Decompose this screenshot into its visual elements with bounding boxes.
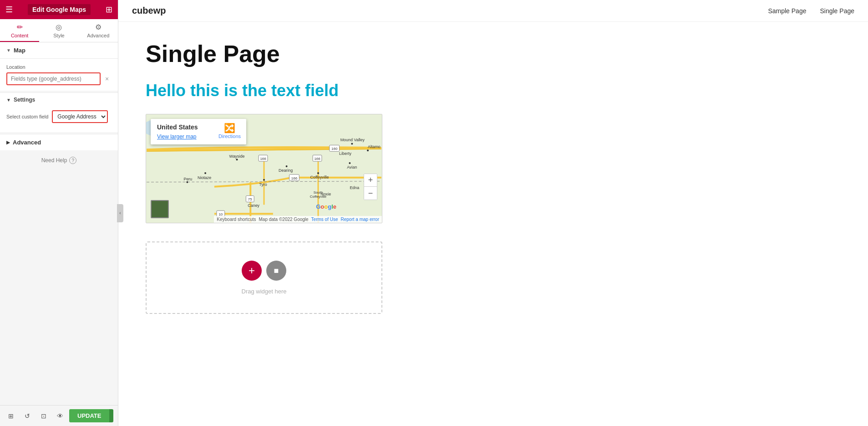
svg-text:Niotaze: Niotaze	[198, 175, 211, 180]
layers-icon[interactable]: ⊞	[5, 410, 17, 422]
advanced-section-header[interactable]: ▶ Advanced	[0, 134, 118, 150]
eye-icon[interactable]: 👁	[54, 410, 66, 422]
svg-text:75: 75	[248, 197, 252, 201]
nav-link-sample-page[interactable]: Sample Page	[768, 7, 806, 15]
select-custom-field-row: Select custom field Google Address Text …	[6, 110, 112, 123]
zoom-in-button[interactable]: +	[364, 174, 377, 187]
svg-point-15	[351, 143, 353, 144]
google-address-select-wrap: Google Address Text Field Custom	[52, 110, 108, 123]
page-content: Single Page Hello this is the text field	[118, 22, 868, 332]
style-tab-label: Style	[53, 33, 64, 38]
directions-icon: 🔀	[224, 123, 235, 133]
map-chevron-icon: ▼	[6, 48, 11, 53]
svg-text:166: 166	[291, 176, 298, 180]
toolbar-icons: ⊞ ↺ ⊡ 👁	[5, 410, 66, 422]
settings-chevron-icon: ▼	[6, 98, 11, 103]
map-street-view-thumbnail[interactable]	[151, 200, 169, 218]
stop-widget-button[interactable]: ■	[266, 261, 286, 281]
update-button[interactable]: UPDATE	[69, 409, 109, 422]
map-section-body: Location ×	[0, 59, 118, 91]
report-map-error-link[interactable]: Report a map error	[341, 217, 379, 222]
content-tab-icon: ✏	[17, 23, 23, 31]
google-address-select[interactable]: Google Address Text Field Custom	[53, 111, 107, 122]
svg-point-13	[317, 172, 319, 174]
terms-link[interactable]: Terms of Use	[311, 217, 338, 222]
top-nav: cubewp Sample Page Single Page	[118, 0, 868, 22]
main-content: cubewp Sample Page Single Page Single Pa…	[118, 0, 868, 426]
map-section-header[interactable]: ▼ Map	[0, 42, 118, 59]
svg-point-16	[367, 149, 369, 151]
tab-content[interactable]: ✏ Content	[0, 19, 39, 42]
add-widget-button[interactable]: +	[242, 261, 262, 281]
location-label: Location	[6, 64, 112, 70]
svg-text:South: South	[314, 190, 323, 195]
svg-text:Edna: Edna	[350, 185, 359, 190]
svg-text:Wayside: Wayside	[229, 154, 245, 159]
settings-section-title: Settings	[14, 97, 35, 103]
content-tab-label: Content	[11, 33, 29, 38]
svg-point-9	[204, 172, 206, 174]
tab-advanced[interactable]: ⚙ Advanced	[79, 19, 118, 42]
advanced-chevron-icon: ▶	[6, 140, 10, 145]
select-custom-field-label: Select custom field	[6, 114, 48, 119]
settings-section: ▼ Settings Select custom field Google Ad…	[0, 92, 118, 132]
directions-label: Directions	[218, 133, 241, 139]
need-help-text: Need Help	[41, 157, 67, 164]
svg-text:166: 166	[314, 157, 320, 161]
map-directions[interactable]: 🔀 Directions	[218, 123, 241, 139]
map-background: 166 166 160 75 10 166 Wayside Niotaze Pe…	[146, 114, 382, 223]
settings-section-body: Select custom field Google Address Text …	[0, 107, 118, 132]
svg-text:Dearing: Dearing	[279, 168, 293, 173]
sidebar-header: ☰ Edit Google Maps ⊞	[0, 0, 118, 19]
advanced-tab-icon: ⚙	[95, 23, 102, 31]
site-title: cubewp	[132, 5, 166, 16]
zoom-out-button[interactable]: −	[364, 187, 377, 200]
sidebar-toolbar: ⊞ ↺ ⊡ 👁 UPDATE ▼	[0, 405, 118, 426]
page-title: Single Page	[146, 40, 841, 67]
svg-text:166: 166	[260, 157, 266, 161]
map-section: ▼ Map Location ×	[0, 42, 118, 91]
svg-text:Avian: Avian	[347, 165, 357, 169]
svg-text:Coffeyville: Coffeyville	[310, 195, 327, 199]
svg-point-11	[263, 179, 265, 181]
location-clear-icon[interactable]: ×	[102, 74, 112, 83]
svg-text:Altamo: Altamo	[368, 144, 381, 149]
map-footer: Keyboard shortcuts Map data ©2022 Google…	[214, 216, 382, 223]
need-help[interactable]: Need Help ?	[0, 150, 118, 170]
svg-text:Mound Valley: Mound Valley	[340, 138, 365, 143]
text-field-heading: Hello this is the text field	[146, 81, 841, 100]
update-arrow-button[interactable]: ▼	[109, 409, 113, 422]
grid-icon[interactable]: ⊞	[106, 5, 112, 15]
style-tab-icon: ◎	[56, 23, 62, 31]
keyboard-shortcuts[interactable]: Keyboard shortcuts	[217, 217, 256, 222]
map-data-text: Map data ©2022 Google	[259, 217, 308, 222]
location-input[interactable]	[6, 72, 101, 85]
advanced-tab-label: Advanced	[87, 33, 109, 38]
svg-point-10	[186, 181, 188, 183]
nav-link-single-page[interactable]: Single Page	[820, 7, 854, 15]
help-icon: ?	[69, 157, 76, 164]
svg-point-12	[286, 165, 288, 167]
nav-links: Sample Page Single Page	[768, 7, 854, 15]
sidebar: ☰ Edit Google Maps ⊞ ✏ Content ◎ Style ⚙…	[0, 0, 118, 426]
svg-text:Peru: Peru	[183, 177, 192, 181]
map-section-title: Map	[14, 47, 25, 54]
history-icon[interactable]: ↺	[21, 410, 34, 422]
svg-text:160: 160	[331, 147, 338, 151]
advanced-section-title: Advanced	[13, 139, 41, 146]
responsive-icon[interactable]: ⊡	[37, 410, 50, 422]
location-input-wrap: ×	[6, 72, 112, 85]
svg-point-8	[236, 159, 238, 160]
map-info-box: United States 🔀 Directions View larger m…	[151, 119, 246, 144]
tab-style[interactable]: ◎ Style	[39, 19, 78, 42]
menu-icon[interactable]: ☰	[5, 5, 13, 15]
advanced-section: ▶ Advanced	[0, 134, 118, 150]
svg-text:Caney: Caney	[248, 203, 259, 208]
svg-text:Liberty: Liberty	[339, 151, 351, 156]
settings-section-header[interactable]: ▼ Settings	[0, 93, 118, 107]
map-zoom-controls: + −	[364, 174, 377, 200]
sidebar-content: ▼ Map Location × ▼ Settings Select custo…	[0, 42, 118, 405]
google-logo: Google	[316, 203, 336, 210]
sidebar-collapse-handle[interactable]: ‹	[117, 204, 123, 222]
sidebar-title: Edit Google Maps	[28, 4, 91, 15]
